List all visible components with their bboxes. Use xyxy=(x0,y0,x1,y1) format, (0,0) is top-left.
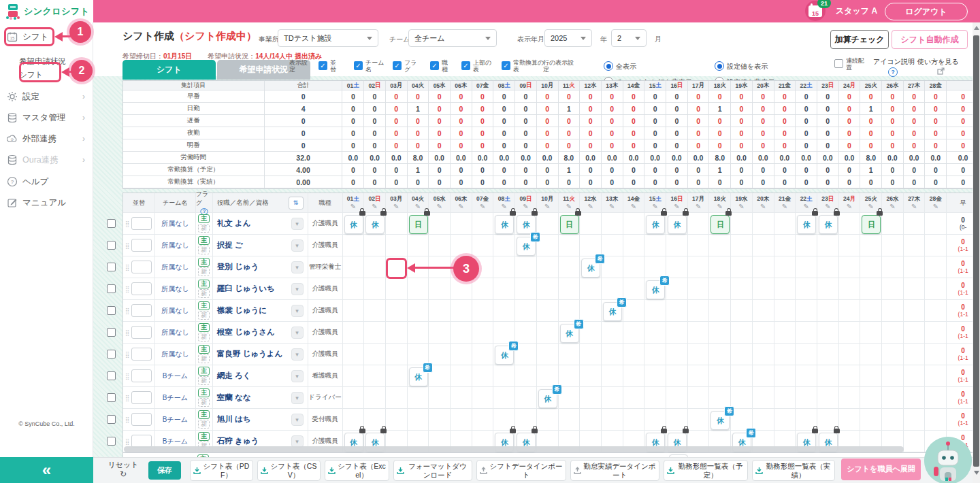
sidebar-item-7-top[interactable]: Oura連携› xyxy=(0,150,93,169)
shift-cell[interactable] xyxy=(796,322,817,344)
shift-cell[interactable] xyxy=(429,409,451,431)
shift-cell[interactable] xyxy=(386,365,408,387)
shift-cell[interactable] xyxy=(343,344,365,365)
shift-cell[interactable] xyxy=(429,387,451,409)
shift-cell[interactable] xyxy=(559,278,581,300)
shift-badge-rest[interactable]: 休 xyxy=(495,215,514,234)
shift-badge-rest[interactable]: 休 xyxy=(819,215,838,234)
drag-handle[interactable]: ⣿ xyxy=(125,351,129,358)
shift-cell[interactable] xyxy=(623,235,645,256)
shift-cell[interactable] xyxy=(688,322,710,344)
shift-cell[interactable] xyxy=(817,365,839,387)
shift-cell[interactable] xyxy=(515,365,537,387)
shift-cell[interactable] xyxy=(882,365,904,387)
shift-cell[interactable] xyxy=(774,409,796,431)
edit-day-icon[interactable]: ✎ xyxy=(760,203,766,210)
shift-cell[interactable] xyxy=(623,387,645,409)
shift-cell[interactable]: 休希 xyxy=(537,387,559,409)
shift-cell[interactable]: 休 xyxy=(796,213,817,235)
shift-cell[interactable] xyxy=(386,213,408,235)
shift-cell[interactable] xyxy=(688,300,710,322)
shift-cell[interactable] xyxy=(688,256,710,278)
shift-cell[interactable] xyxy=(343,322,365,344)
shift-cell[interactable] xyxy=(623,344,645,365)
shift-cell[interactable] xyxy=(602,409,623,431)
shift-cell[interactable] xyxy=(666,365,688,387)
day-column-header[interactable]: 03月✎ xyxy=(386,193,408,213)
shift-cell[interactable] xyxy=(408,300,429,322)
shift-cell[interactable] xyxy=(602,256,623,278)
shift-cell[interactable] xyxy=(882,278,904,300)
shift-cell[interactable] xyxy=(364,300,386,322)
shift-cell[interactable]: 日 xyxy=(408,213,429,235)
tab-shift[interactable]: シフト xyxy=(122,60,216,80)
edit-day-icon[interactable]: ✎ xyxy=(911,203,917,210)
shift-cell[interactable]: 休 xyxy=(343,213,365,235)
year-select[interactable]: 2025 xyxy=(544,29,592,47)
display-checkbox-2[interactable]: ✓ xyxy=(354,61,363,70)
save-button[interactable]: 保存 xyxy=(148,461,181,480)
shift-cell[interactable] xyxy=(451,344,472,365)
shift-cell[interactable]: 休希 xyxy=(493,344,515,365)
shift-cell[interactable] xyxy=(817,344,839,365)
shift-cell[interactable] xyxy=(623,300,645,322)
display-checkbox-5[interactable]: ✓ xyxy=(461,61,470,70)
row-select-checkbox[interactable] xyxy=(107,241,116,250)
shift-cell[interactable] xyxy=(580,213,602,235)
shift-cell[interactable] xyxy=(623,322,645,344)
shift-cell[interactable]: 休希 xyxy=(408,365,429,387)
shift-cell[interactable] xyxy=(731,256,753,278)
shift-cell[interactable] xyxy=(602,213,623,235)
row-select-checkbox[interactable] xyxy=(107,415,116,424)
shift-cell[interactable] xyxy=(515,387,537,409)
shift-cell[interactable] xyxy=(925,409,947,431)
shift-cell[interactable] xyxy=(666,387,688,409)
vertical-scrollbar-thumb[interactable] xyxy=(973,35,979,467)
shift-cell[interactable] xyxy=(472,235,494,256)
shift-cell[interactable] xyxy=(860,300,882,322)
shift-cell[interactable] xyxy=(644,235,666,256)
shift-cell[interactable] xyxy=(515,322,537,344)
shift-cell[interactable] xyxy=(408,322,429,344)
display-checkbox-6[interactable]: ✓ xyxy=(502,61,510,70)
row-select-checkbox[interactable] xyxy=(107,263,116,271)
shift-badge-rest[interactable]: 休希 xyxy=(495,346,514,365)
shift-cell[interactable] xyxy=(666,235,688,256)
shift-cell[interactable] xyxy=(537,235,559,256)
shift-cell[interactable] xyxy=(753,344,774,365)
shift-cell[interactable] xyxy=(580,387,602,409)
shift-badge-rest[interactable]: 休 xyxy=(365,215,385,234)
sidebar-item-4-top[interactable]: 設定› xyxy=(0,87,93,106)
radio-values-1[interactable] xyxy=(715,61,724,71)
download-button-3[interactable]: シフト表（Excel） xyxy=(325,460,389,481)
edit-day-icon[interactable]: ✎ xyxy=(436,203,442,210)
shift-cell[interactable] xyxy=(429,278,451,300)
shift-cell[interactable]: 休希 xyxy=(602,300,623,322)
shift-cell[interactable] xyxy=(472,300,494,322)
edit-day-icon[interactable]: ✎ xyxy=(717,203,723,210)
office-select[interactable]: TDテスト施設 xyxy=(278,29,378,47)
shift-cell[interactable] xyxy=(515,256,537,278)
edit-day-icon[interactable]: ✎ xyxy=(868,203,874,210)
addition-check-button[interactable]: 加算チェック xyxy=(830,30,889,49)
shift-cell[interactable] xyxy=(451,300,472,322)
row-expand-button[interactable]: ▾ xyxy=(291,261,304,273)
shift-cell[interactable] xyxy=(493,256,515,278)
shift-cell[interactable] xyxy=(559,344,581,365)
edit-day-icon[interactable]: ✎ xyxy=(696,203,701,210)
shift-badge-rest[interactable]: 休 xyxy=(668,215,687,234)
shift-cell[interactable] xyxy=(753,213,774,235)
shift-badge-rest[interactable]: 休 xyxy=(797,215,816,234)
shift-cell[interactable]: 休希 xyxy=(559,322,581,344)
shift-cell[interactable] xyxy=(580,344,602,365)
day-column-header[interactable]: 24月✎ xyxy=(839,193,861,213)
shift-cell[interactable] xyxy=(602,322,623,344)
edit-day-icon[interactable]: ✎ xyxy=(847,203,852,210)
app-logo[interactable]: シンクロシフト xyxy=(0,0,93,22)
shift-cell[interactable]: 日 xyxy=(860,213,882,235)
drag-handle[interactable]: ⣿ xyxy=(125,242,129,249)
shift-cell[interactable] xyxy=(925,300,947,322)
shift-cell[interactable] xyxy=(559,256,581,278)
shift-cell[interactable] xyxy=(472,344,494,365)
edit-day-icon[interactable]: ✎ xyxy=(393,203,399,210)
